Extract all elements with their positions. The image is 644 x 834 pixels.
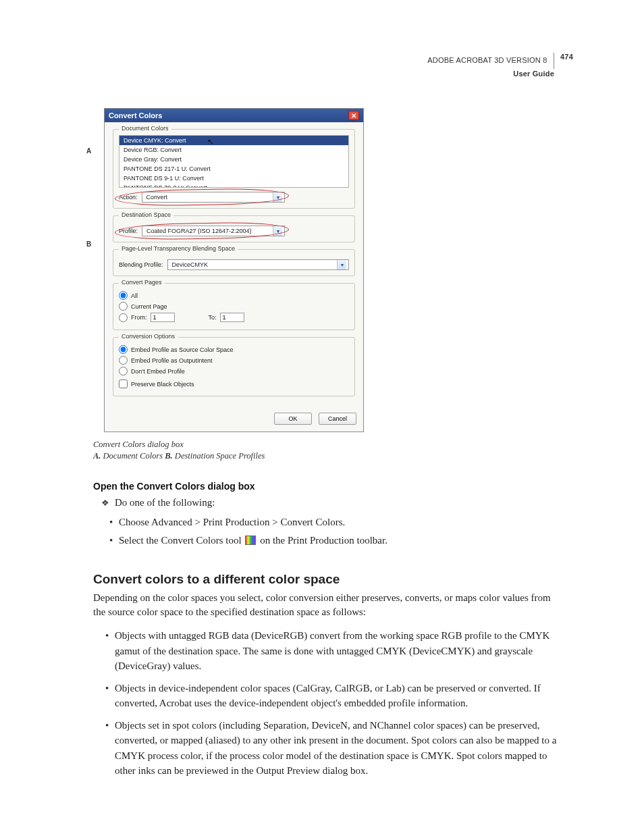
figure-caption: Convert Colors dialog box A. Document Co… bbox=[93, 439, 566, 462]
list-item[interactable]: Device RGB: Convert bbox=[119, 145, 348, 155]
page-header: ADOBE ACROBAT 3D VERSION 8 474 User Guid… bbox=[427, 53, 573, 78]
group-legend: Page-Level Transparency Blending Space bbox=[119, 245, 238, 252]
blending-row: Blending Profile: DeviceCMYK ▾ bbox=[119, 259, 349, 270]
chevron-down-icon: ▾ bbox=[337, 260, 346, 269]
profile-value: Coated FOGRA27 (ISO 12647-2:2004) bbox=[146, 228, 252, 234]
list-item[interactable]: PANTONE DS 217-1 U: Convert bbox=[119, 164, 348, 174]
pages-all-radio[interactable]: All bbox=[119, 291, 349, 300]
pages-from-radio[interactable] bbox=[119, 313, 128, 322]
section-heading: Convert colors to a different color spac… bbox=[93, 572, 559, 587]
list-item[interactable]: Device CMYK: Convert bbox=[119, 136, 348, 145]
preserve-black-checkbox[interactable]: Preserve Black Objects bbox=[119, 380, 349, 388]
action-row: Action: Convert ▾ bbox=[119, 192, 285, 203]
dialog-title: Convert Colors bbox=[109, 111, 162, 120]
ok-button[interactable]: OK bbox=[274, 413, 312, 425]
product-line: ADOBE ACROBAT 3D VERSION 8 bbox=[427, 56, 547, 64]
action-label: Action: bbox=[119, 194, 138, 201]
convert-colors-dialog: Convert Colors ✕ Document Colors Device … bbox=[104, 108, 364, 432]
caption-b-text: Destination Space Profiles bbox=[173, 451, 265, 461]
destination-space-group: Destination Space Profile: Coated FOGRA2… bbox=[113, 215, 355, 242]
list-item[interactable]: PANTONE DS 39-2 U: Convert bbox=[119, 183, 348, 188]
convert-pages-group: Convert Pages All Current Page From: To: bbox=[113, 283, 355, 330]
list-item: Objects set in spot colors (including Se… bbox=[105, 718, 559, 779]
pages-range-row: From: To: bbox=[119, 313, 349, 322]
callout-a: A bbox=[86, 147, 91, 155]
lead-text: Do one of the following: bbox=[101, 496, 559, 509]
dont-embed-radio[interactable]: Don't Embed Profile bbox=[119, 367, 349, 375]
embed-outputintent-radio[interactable]: Embed Profile as OutputIntent bbox=[119, 356, 349, 365]
document-colors-group: Document Colors Device CMYK: Convert Dev… bbox=[113, 129, 355, 209]
pages-current-radio[interactable]: Current Page bbox=[119, 302, 349, 311]
page-number: 474 bbox=[560, 53, 573, 61]
group-legend: Destination Space bbox=[119, 211, 173, 218]
section-heading: Open the Convert Colors dialog box bbox=[93, 481, 559, 492]
blending-space-group: Page-Level Transparency Blending Space B… bbox=[113, 249, 355, 276]
action-value: Convert bbox=[146, 194, 168, 201]
list-item: Choose Advanced > Print Production > Con… bbox=[109, 515, 559, 530]
list-item[interactable]: Device Gray: Convert bbox=[119, 155, 348, 164]
caption-b-label: B. bbox=[165, 451, 172, 461]
chevron-down-icon: ▾ bbox=[273, 226, 282, 236]
blending-select[interactable]: DeviceCMYK ▾ bbox=[167, 259, 349, 270]
close-icon[interactable]: ✕ bbox=[348, 111, 359, 120]
list-item[interactable]: PANTONE DS 9-1 U: Convert bbox=[119, 174, 348, 183]
to-input[interactable] bbox=[220, 313, 244, 322]
list-item: Select the Convert Colors tool on the Pr… bbox=[109, 533, 559, 548]
profile-label: Profile: bbox=[119, 228, 138, 234]
convert-colors-tool-icon bbox=[245, 536, 256, 545]
group-legend: Convert Pages bbox=[119, 279, 165, 286]
cancel-button[interactable]: Cancel bbox=[319, 413, 356, 425]
blending-value: DeviceCMYK bbox=[172, 261, 209, 268]
profile-row: Profile: Coated FOGRA27 (ISO 12647-2:200… bbox=[119, 226, 285, 236]
blending-label: Blending Profile: bbox=[119, 261, 163, 268]
dialog-titlebar[interactable]: Convert Colors ✕ bbox=[105, 109, 363, 122]
group-legend: Conversion Options bbox=[119, 333, 178, 340]
profile-select[interactable]: Coated FOGRA27 (ISO 12647-2:2004) ▾ bbox=[142, 226, 285, 236]
document-colors-list[interactable]: Device CMYK: Convert Device RGB: Convert… bbox=[119, 135, 349, 188]
from-label: From: bbox=[131, 314, 147, 321]
list-item: Objects with untagged RGB data (DeviceRG… bbox=[105, 628, 559, 674]
to-label: To: bbox=[209, 314, 217, 321]
from-input[interactable] bbox=[151, 313, 175, 322]
callout-b: B bbox=[86, 240, 91, 248]
group-legend: Document Colors bbox=[119, 125, 171, 132]
header-divider bbox=[554, 53, 554, 69]
body-paragraph: Depending on the color spaces you select… bbox=[93, 591, 559, 621]
chevron-down-icon: ▾ bbox=[273, 192, 282, 202]
list-item: Objects in device-independent color spac… bbox=[105, 681, 559, 711]
action-select[interactable]: Convert ▾ bbox=[142, 192, 285, 203]
embed-source-radio[interactable]: Embed Profile as Source Color Space bbox=[119, 345, 349, 354]
user-guide-label: User Guide bbox=[427, 70, 554, 78]
conversion-options-group: Conversion Options Embed Profile as Sour… bbox=[113, 337, 355, 396]
caption-a-text: Document Colors bbox=[101, 451, 165, 461]
caption-a-label: A. bbox=[93, 451, 101, 461]
caption-line1: Convert Colors dialog box bbox=[93, 439, 566, 450]
